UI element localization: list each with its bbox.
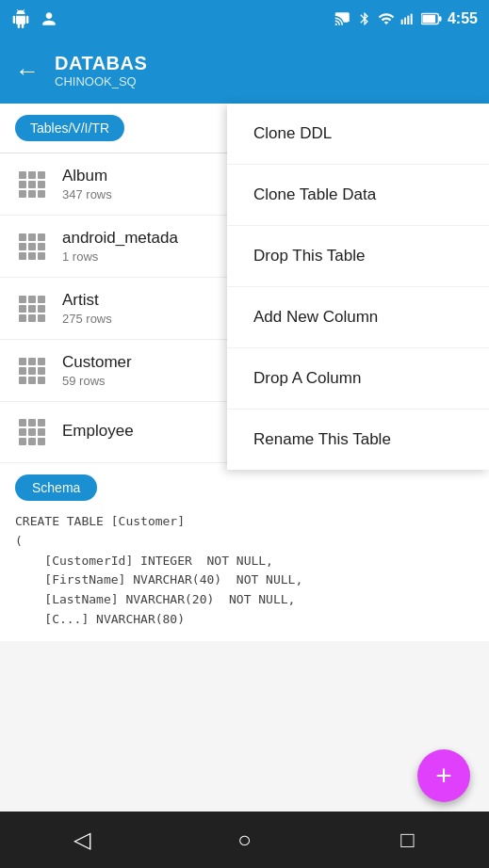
dropdown-overlay: Clone DDL Clone Table Data Drop This Tab… bbox=[0, 104, 489, 868]
dropdown-item-rename-table[interactable]: Rename This Table bbox=[227, 410, 489, 470]
status-bar-left bbox=[11, 9, 58, 28]
header-title: DATABAS bbox=[55, 53, 147, 74]
svg-rect-3 bbox=[411, 14, 413, 24]
android-icon bbox=[11, 9, 30, 28]
svg-rect-1 bbox=[404, 18, 406, 24]
header-text: DATABAS CHINOOK_SQ bbox=[55, 53, 147, 88]
svg-rect-6 bbox=[439, 16, 442, 22]
back-button[interactable]: ← bbox=[15, 56, 40, 86]
battery-icon bbox=[421, 12, 442, 25]
header-subtitle: CHINOOK_SQ bbox=[55, 74, 147, 88]
status-time: 4:55 bbox=[448, 10, 478, 27]
cast-icon bbox=[334, 10, 351, 27]
dropdown-item-clone-data[interactable]: Clone Table Data bbox=[227, 165, 489, 226]
signal-icon bbox=[400, 10, 416, 27]
svg-rect-5 bbox=[422, 15, 435, 23]
bluetooth-icon bbox=[357, 10, 372, 27]
app-header: ← DATABAS CHINOOK_SQ bbox=[0, 38, 489, 104]
wifi-icon bbox=[378, 10, 395, 27]
dropdown-item-drop-column[interactable]: Drop A Column bbox=[227, 348, 489, 410]
status-bar: 4:55 bbox=[0, 0, 489, 38]
person-icon bbox=[40, 9, 58, 28]
dropdown-menu: Clone DDL Clone Table Data Drop This Tab… bbox=[227, 104, 489, 470]
dropdown-item-add-column[interactable]: Add New Column bbox=[227, 287, 489, 348]
svg-rect-2 bbox=[407, 16, 409, 24]
svg-rect-0 bbox=[401, 20, 403, 24]
dropdown-item-clone-ddl[interactable]: Clone DDL bbox=[227, 104, 489, 165]
dropdown-item-drop-table[interactable]: Drop This Table bbox=[227, 226, 489, 287]
status-bar-right: 4:55 bbox=[334, 10, 478, 27]
